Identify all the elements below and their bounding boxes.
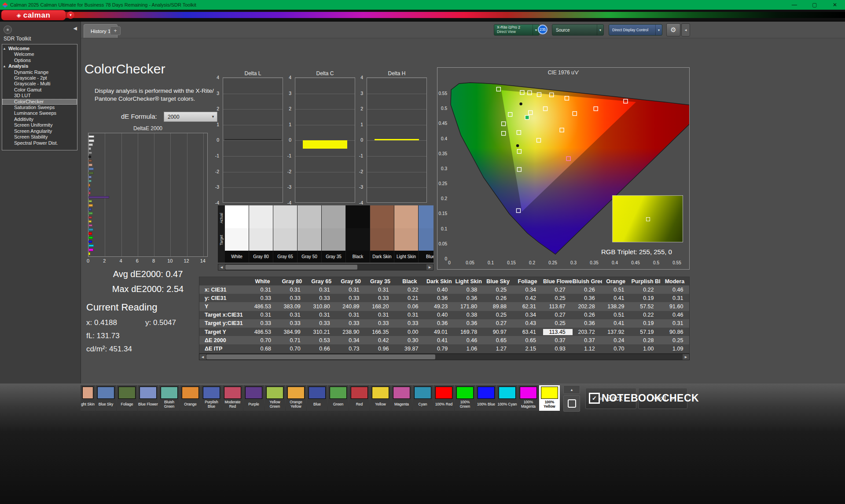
scrollbar-thumb[interactable]: [225, 265, 357, 270]
patch-button-ght-skin[interactable]: ght Skin: [81, 385, 95, 411]
sidebar-item-screen-angularity[interactable]: Screen Angularity: [2, 128, 77, 134]
patch-button-bluish-green[interactable]: Bluish Green: [159, 385, 180, 411]
close-button[interactable]: ✕: [825, 0, 845, 10]
add-tab-button[interactable]: +: [110, 26, 121, 35]
display-control-dropdown[interactable]: Direct Display Control ▼: [609, 24, 662, 36]
scroll-right-icon[interactable]: ▶: [683, 354, 689, 360]
patch-button-magenta[interactable]: Magenta: [391, 385, 412, 411]
x-tick-label: 10: [167, 258, 173, 263]
back-arrow-icon: «: [599, 394, 603, 403]
patch-button-red[interactable]: Red: [349, 385, 370, 411]
scroll-left-icon[interactable]: ◀: [218, 264, 225, 270]
table-cell: 0.41: [602, 295, 632, 301]
target-swatch: [225, 228, 249, 251]
sidebar-item-screen-stability[interactable]: Screen Stability: [2, 134, 77, 140]
logo-text: calman: [23, 11, 51, 20]
patch-color-chip: [414, 387, 431, 399]
patch-button-green[interactable]: Green: [328, 385, 349, 411]
sidebar-item-saturation-sweeps[interactable]: Saturation Sweeps: [2, 105, 77, 110]
table-cell: 0.66: [308, 346, 337, 352]
patch-button-100-blue[interactable]: 100% Blue: [476, 385, 496, 411]
sidebar-collapse-icon[interactable]: ◀: [73, 26, 77, 31]
patch-button-foliage[interactable]: Foliage: [117, 385, 137, 411]
patch-button-orange[interactable]: Orange: [180, 385, 201, 411]
deltae-bar-blue-flower: [88, 175, 207, 179]
patch-button-label: Orange: [180, 399, 201, 410]
sidebar-item-additivity[interactable]: Additivity: [2, 117, 77, 122]
x-tick-label: 0.55: [672, 260, 681, 265]
patch-button-blue-sky[interactable]: Blue Sky: [96, 385, 116, 411]
stop-window-button[interactable]: [563, 395, 580, 412]
patch-button-yellow[interactable]: Yellow: [370, 385, 391, 411]
logo-menu-button[interactable]: ▼: [67, 11, 74, 19]
patch-button-100-red[interactable]: 100% Red: [434, 385, 454, 411]
patch-button-yellow-green[interactable]: Yellow Green: [265, 385, 285, 411]
column-header: Black: [396, 278, 425, 285]
sidebar-item-3d-lut[interactable]: 3D LUT: [2, 93, 77, 99]
table-row-y-cie31: y: CIE310.330.330.330.330.330.210.360.36…: [199, 294, 689, 302]
sidebar-item-screen-uniformity[interactable]: Screen Uniformity: [2, 122, 77, 128]
delta-c-chart: [295, 77, 355, 203]
sidebar-item-analysis[interactable]: ▴Analysis: [2, 63, 77, 69]
minimize-button[interactable]: —: [784, 0, 805, 10]
actual-swatch: [322, 205, 345, 228]
side-panel-toggle-button[interactable]: ◂: [681, 23, 690, 37]
next-button[interactable]: Next »: [638, 388, 687, 409]
patch-button-moderate-red[interactable]: Moderate Red: [222, 385, 243, 411]
table-scrollbar[interactable]: ◀ ▶: [199, 354, 690, 360]
table-cell: 1.09: [661, 346, 690, 352]
table-cell: 0.65: [484, 337, 514, 343]
table-cell: 0.46: [661, 312, 690, 318]
sidebar-item-welcome[interactable]: Welcome: [2, 51, 77, 57]
sidebar-item-spectral-power-dist[interactable]: Spectral Power Dist.: [2, 140, 77, 146]
patch-button-cyan[interactable]: Cyan: [412, 385, 433, 411]
patch-strip-scrollbar[interactable]: ◀ ▶: [218, 264, 434, 270]
sidebar-item-options[interactable]: Options: [2, 58, 77, 63]
patch-button-blue-flower[interactable]: Blue Flower: [138, 385, 158, 411]
table-cell: 0.36: [425, 295, 455, 301]
y-tick-label: 0: [289, 137, 291, 142]
source-dropdown[interactable]: Source ▼: [552, 24, 604, 36]
scroll-left-icon[interactable]: ◀: [199, 354, 206, 360]
sidebar-item-grayscale-multi[interactable]: Grayscale - Multi: [2, 81, 77, 87]
patch-button-orange-yellow[interactable]: Orange Yellow: [286, 385, 306, 411]
de-formula-select[interactable]: 2000 ▼: [164, 112, 217, 122]
sidebar-item-label: Screen Uniformity: [14, 122, 52, 128]
table-cell: 1.27: [484, 346, 514, 352]
bar: [88, 224, 92, 227]
patch-button-100-magenta[interactable]: 100% Magenta: [518, 385, 539, 411]
app-icon: [2, 2, 8, 8]
patch-swatch: [419, 205, 434, 251]
patch-button-blue[interactable]: Blue: [307, 385, 327, 411]
sidebar-options-button[interactable]: [4, 26, 12, 34]
table-cell: 0.26: [573, 287, 602, 293]
sidebar-item-colorchecker[interactable]: ColorChecker: [2, 99, 77, 105]
patch-button-purple[interactable]: Purple: [243, 385, 264, 411]
scroll-right-icon[interactable]: ▶: [426, 264, 433, 270]
sidebar-item-welcome[interactable]: ▴Welcome: [2, 46, 77, 51]
patch-button-100-cyan[interactable]: 100% Cyan: [497, 385, 518, 411]
settings-gear-button[interactable]: ⚙: [666, 23, 680, 37]
back-button[interactable]: « Back: [585, 388, 636, 409]
target-swatch: [370, 228, 394, 251]
scrollbar-thumb[interactable]: [206, 354, 435, 359]
sidebar-item-grayscale-2pt[interactable]: Grayscale - 2pt: [2, 75, 77, 81]
y-tick-label: -3: [359, 184, 363, 190]
meter-dropdown[interactable]: X-Rite i1Pro 2 Direct View ▼: [494, 24, 540, 36]
maximize-button[interactable]: ▢: [805, 0, 825, 10]
patch-button-100-yellow[interactable]: 100% Yellow: [539, 385, 560, 411]
table-cell: 0.42: [514, 295, 543, 301]
row-label: x: CIE31: [199, 287, 249, 293]
sidebar-item-dynamic-range[interactable]: Dynamic Range: [2, 69, 77, 75]
patch-button-100-green[interactable]: 100% Green: [455, 385, 475, 411]
y-tick-label: 2: [217, 106, 219, 111]
patch-button-purplish-blue[interactable]: Purplish Blue: [201, 385, 222, 411]
sidebar-item-luminance-sweeps[interactable]: Luminance Sweeps: [2, 110, 77, 116]
table-cell: 0.26: [484, 295, 514, 301]
row-label: y: CIE31: [199, 295, 249, 301]
collapse-bar-button[interactable]: ▴: [563, 385, 580, 394]
patch-swatch: [370, 205, 394, 251]
sidebar-item-color-gamut[interactable]: Color Gamut: [2, 87, 77, 93]
y-tick-label: -4: [215, 200, 219, 205]
rainbow-gradient: [0, 12, 845, 18]
